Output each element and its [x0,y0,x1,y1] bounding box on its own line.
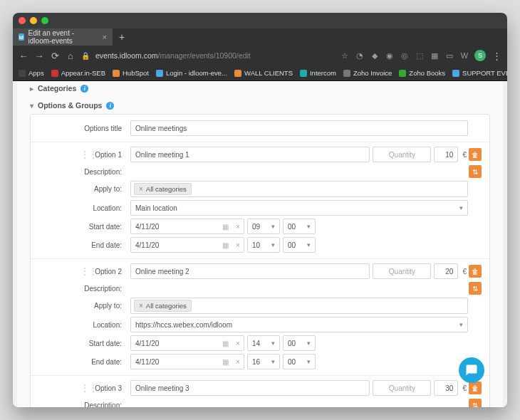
end-minute-select[interactable]: 00▾ [283,237,316,253]
quantity-input[interactable]: Quantity [373,380,431,396]
drag-handle-icon[interactable]: ⋮⋮ [80,266,90,276]
calendar-icon: ▦ [218,340,232,347]
calendar-icon: ▦ [218,223,232,231]
end-date-label: End date: [38,358,130,366]
bookmark-item[interactable]: HubSpot [113,69,149,77]
clear-icon[interactable]: × [232,241,244,249]
option-label: Option 1 [95,151,122,159]
delete-option-button[interactable]: 🗑 [469,265,482,278]
tab-title: Edit an event - idloom-events [28,29,98,45]
ext-icon[interactable]: ◔ [355,51,364,61]
section-options[interactable]: Options & Groups i [30,97,490,114]
close-window-icon[interactable] [19,17,26,24]
chevron-down-icon [30,101,33,110]
price-input[interactable]: 20 [434,263,458,279]
options-title-input[interactable]: Online meetings [130,120,468,136]
category-tag[interactable]: All categories [134,183,192,195]
category-tag[interactable]: All categories [134,300,192,312]
tabbar: id Edit an event - idloom-events × + [13,28,507,46]
page-viewport: Categories i Options & Groups i Options … [13,81,507,407]
ext-icon[interactable]: W [460,51,469,61]
apps-button[interactable]: Apps [19,69,44,77]
ext-icon[interactable]: ◆ [370,51,379,61]
end-date-label: End date: [38,241,130,249]
end-minute-select[interactable]: 00▾ [283,354,316,369]
browser-tab[interactable]: id Edit an event - idloom-events × [13,28,113,46]
kebab-menu-icon[interactable]: ⋮ [492,51,501,61]
home-button[interactable]: ⌂ [66,51,76,61]
options-title-label: Options title [38,125,130,132]
option-label: Option 2 [95,268,122,275]
back-button[interactable]: ← [19,51,28,61]
option-name-input[interactable]: Online meeting 1 [130,147,370,162]
maximize-window-icon[interactable] [41,17,48,24]
option-extra-button[interactable]: ⇅ [469,282,482,295]
lock-icon: 🔒 [81,52,90,60]
bookmark-item[interactable]: Zoho Invoice [343,69,392,77]
info-icon[interactable]: i [80,85,88,93]
bookmark-item[interactable]: Appear.in-SEB [51,69,105,77]
section-categories[interactable]: Categories i [30,81,490,97]
forward-button[interactable]: → [34,51,44,61]
info-icon[interactable]: i [106,102,114,110]
bookmark-item[interactable]: Zoho Books [399,69,445,77]
end-hour-select[interactable]: 16▾ [247,354,280,369]
clear-icon[interactable]: × [232,357,244,366]
price-input[interactable]: 30 [434,380,458,396]
start-date-input[interactable]: 4/11/20▦× [130,219,244,234]
bookmark-item[interactable]: Login - idloom-eve... [156,69,227,77]
options-card: Options title Online meetings ⋮⋮ Option … [30,114,490,407]
apply-to-label: Apply to: [38,302,130,310]
location-select[interactable]: https://hccs.webex.com/idloom▾ [130,317,468,332]
url-field[interactable]: events.idloom.com/manager/events/10900/e… [95,51,335,60]
option-extra-button[interactable]: ⇅ [469,399,482,407]
start-hour-select[interactable]: 09▾ [247,219,280,234]
bookmark-item[interactable]: SUPPORT EVENTS... [452,69,507,77]
description-label: Description: [38,168,130,176]
option-extra-button[interactable]: ⇅ [469,165,482,178]
quantity-input[interactable]: Quantity [373,147,431,162]
drag-handle-icon[interactable]: ⋮⋮ [80,149,90,159]
close-tab-icon[interactable]: × [103,33,107,41]
start-minute-select[interactable]: 00▾ [283,335,316,351]
start-date-input[interactable]: 4/11/20▦× [130,335,244,351]
location-select[interactable]: Main location▾ [130,200,468,216]
end-date-input[interactable]: 4/11/20▦× [130,237,244,253]
drag-handle-icon[interactable]: ⋮⋮ [80,383,90,393]
bookmark-item[interactable]: Intercom [300,69,336,77]
ext-icon[interactable]: ▦ [430,51,439,61]
profile-avatar[interactable]: S [474,50,486,61]
ext-icon[interactable]: ⬚ [415,51,424,61]
location-label: Location: [38,321,130,329]
apply-to-select[interactable]: All categories [130,298,468,314]
bookmark-item[interactable]: WALL CLIENTS [234,69,293,77]
currency-label: € [461,384,468,392]
start-minute-select[interactable]: 00▾ [283,219,316,234]
minimize-window-icon[interactable] [30,17,37,24]
clear-icon[interactable]: × [232,339,244,347]
option-name-input[interactable]: Online meeting 2 [130,263,370,279]
apply-to-select[interactable]: All categories [130,181,468,197]
intercom-chat-button[interactable] [459,357,484,383]
delete-option-button[interactable]: 🗑 [469,148,482,161]
bookmarks-bar: Apps Appear.in-SEB HubSpot Login - idloo… [13,65,507,81]
delete-option-button[interactable]: 🗑 [469,382,482,394]
calendar-icon: ▦ [218,241,232,249]
ext-icon[interactable]: ◉ [385,51,394,61]
description-label: Description: [38,285,130,293]
reload-button[interactable]: ⟳ [50,51,60,61]
quantity-input[interactable]: Quantity [373,263,431,279]
end-date-input[interactable]: 4/11/20▦× [130,354,244,369]
new-tab-button[interactable]: + [113,28,131,46]
option-name-input[interactable]: Online meeting 3 [130,380,370,396]
start-hour-select[interactable]: 14▾ [247,335,280,351]
apply-to-label: Apply to: [38,185,130,193]
clear-icon[interactable]: × [232,222,244,231]
end-hour-select[interactable]: 10▾ [247,237,280,253]
price-input[interactable]: 10 [434,147,458,162]
star-icon[interactable]: ☆ [340,51,349,61]
currency-label: € [461,268,468,275]
ext-icon[interactable]: ▭ [445,51,454,61]
chevron-right-icon [30,84,33,93]
ext-icon[interactable]: ◎ [400,51,409,61]
